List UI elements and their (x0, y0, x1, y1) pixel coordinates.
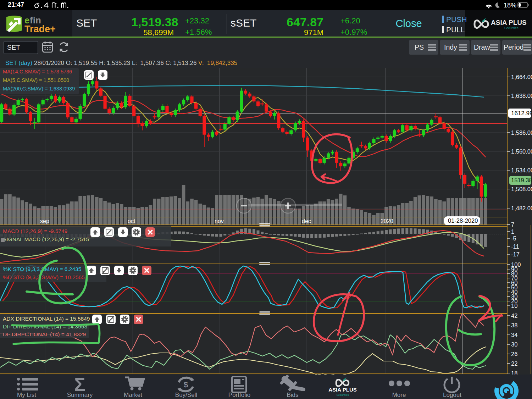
svg-text:1,638.00: 1,638.00 (511, 93, 532, 99)
svg-text:1: 1 (511, 228, 514, 235)
svg-text:$: $ (184, 380, 188, 389)
svg-text:ADX DIRECTIONAL (14) = 15.5849: ADX DIRECTIONAL (14) = 15.5849 (3, 316, 90, 322)
svg-text:DI- DIRECTIONAL (14) = 41.8329: DI- DIRECTIONAL (14) = 41.8329 (3, 331, 86, 337)
svg-text:1,560.00: 1,560.00 (511, 148, 532, 155)
svg-text:MA(200,C,SMAV) = 1,638.0939: MA(200,C,SMAV) = 1,638.0939 (3, 86, 75, 92)
svg-text:MA(5,C,SMAV) = 1,551.0500: MA(5,C,SMAV) = 1,551.0500 (3, 77, 69, 83)
svg-text:7: 7 (511, 221, 514, 228)
svg-text:MA(14,C,SMAV) = 1,573.5736: MA(14,C,SMAV) = 1,573.5736 (3, 69, 72, 74)
svg-text:1519.38: 1519.38 (511, 177, 532, 183)
svg-text:Trade+: Trade+ (24, 24, 56, 34)
svg-text:Securities: Securities (336, 393, 349, 397)
svg-text:2020: 2020 (381, 218, 393, 224)
svg-text:1,586.00: 1,586.00 (511, 129, 532, 136)
svg-text:1,482.00: 1,482.00 (511, 205, 532, 211)
svg-text:%D STO (9,3,3,SMAV) = 10.2565: %D STO (9,3,3,SMAV) = 10.2565 (3, 274, 85, 280)
svg-text:26: 26 (511, 351, 517, 357)
svg-text:nov: nov (215, 218, 224, 224)
svg-text:22: 22 (511, 360, 517, 367)
svg-text:38: 38 (511, 322, 517, 328)
svg-text:1612.99: 1612.99 (511, 110, 532, 117)
svg-text:dec: dec (302, 218, 311, 224)
svg-text:-17: -17 (511, 251, 520, 257)
svg-text:10: 10 (511, 303, 517, 309)
svg-text:sep: sep (40, 218, 49, 224)
svg-text:-5: -5 (511, 235, 516, 242)
svg-text:34: 34 (511, 332, 517, 338)
svg-text:Σ: Σ (74, 375, 85, 395)
svg-text:1,508.00: 1,508.00 (511, 186, 532, 192)
svg-text:MACD (12,26,9) = -9.5749: MACD (12,26,9) = -9.5749 (3, 228, 67, 234)
svg-text:ASIA PLUS: ASIA PLUS (491, 19, 527, 26)
svg-text:1,534.00: 1,534.00 (511, 167, 532, 173)
svg-text:oct: oct (128, 218, 135, 224)
svg-text:Securities: Securities (504, 26, 519, 30)
svg-text:01-28-2020: 01-28-2020 (448, 217, 478, 224)
svg-text:30: 30 (511, 341, 517, 348)
svg-text:1,664.00: 1,664.00 (511, 74, 532, 80)
svg-text:42: 42 (511, 312, 517, 319)
svg-text:18%: 18% (504, 2, 516, 9)
svg-text:SIGNAL MACD (12,26,9) = -2.751: SIGNAL MACD (12,26,9) = -2.7515 (3, 236, 89, 242)
svg-text:-11: -11 (511, 243, 519, 250)
svg-text:ASIA PLUS: ASIA PLUS (328, 387, 356, 393)
